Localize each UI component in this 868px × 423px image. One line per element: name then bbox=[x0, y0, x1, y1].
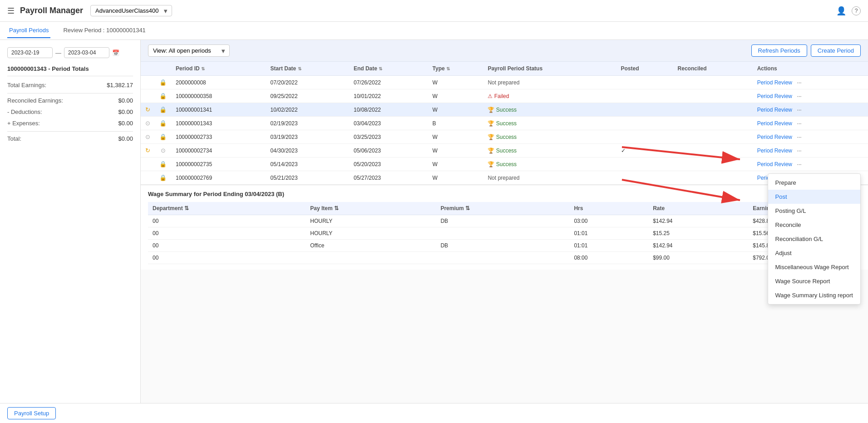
dropdown-item[interactable]: Reconcile bbox=[768, 218, 860, 232]
more-actions-button[interactable]: ··· bbox=[794, 107, 803, 113]
dropdown-item[interactable]: Wage Summary Listing report bbox=[768, 288, 860, 302]
reconciled-cell bbox=[673, 157, 753, 171]
wage-dept: 00 bbox=[148, 240, 306, 252]
wage-col-premium[interactable]: Premium ⇅ bbox=[436, 202, 569, 215]
dropdown-item[interactable]: Posting G/L bbox=[768, 204, 860, 218]
payroll-setup-button[interactable]: Payroll Setup bbox=[7, 407, 56, 419]
wage-payitem: HOURLY bbox=[306, 215, 436, 227]
status-cell: 🏆 Success bbox=[483, 144, 616, 157]
wage-summary-title: Wage Summary for Period Ending 03/04/202… bbox=[148, 191, 861, 197]
end-date-cell: 10/08/2022 bbox=[349, 103, 428, 117]
view-select[interactable]: View: All open periods bbox=[148, 44, 230, 57]
col-icon2 bbox=[155, 62, 171, 76]
wage-premium: DB bbox=[436, 240, 569, 252]
user-select[interactable]: AdvancedUserClass400 bbox=[90, 5, 172, 16]
col-type[interactable]: Type ⇅ bbox=[428, 62, 483, 76]
period-review-link[interactable]: Period Review bbox=[757, 161, 792, 167]
period-review-link[interactable]: Period Review bbox=[757, 93, 792, 99]
type-cell: B bbox=[428, 117, 483, 130]
clock-icon: ⊙ bbox=[145, 133, 150, 140]
dropdown-item[interactable]: Wage Source Report bbox=[768, 274, 860, 288]
actions-cell: Period Review ··· bbox=[753, 76, 868, 89]
user-profile-icon[interactable]: 👤 bbox=[836, 6, 846, 16]
start-date-cell: 05/14/2023 bbox=[266, 157, 349, 171]
row-icon2-cell: 🔒 bbox=[155, 117, 171, 130]
wage-table-row: 00 Office DB 01:01 $142.94 $145.80 bbox=[148, 240, 861, 252]
reconciled-cell bbox=[673, 103, 753, 117]
col-actions: Actions bbox=[753, 62, 868, 76]
wage-col-payitem[interactable]: Pay Item ⇅ bbox=[306, 202, 436, 215]
posted-cell bbox=[616, 76, 673, 89]
start-date-cell: 07/20/2022 bbox=[266, 76, 349, 89]
status-badge: 🏆 Success bbox=[488, 120, 517, 127]
totals-row-expenses: + Expenses: $0.00 bbox=[7, 120, 133, 127]
refresh-icon: ↻ bbox=[145, 106, 150, 113]
wage-premium bbox=[436, 252, 569, 264]
dropdown-item[interactable]: Reconciliation G/L bbox=[768, 232, 860, 246]
status-cell: 🏆 Success bbox=[483, 157, 616, 171]
create-period-button[interactable]: Create Period bbox=[811, 44, 861, 57]
reconciled-cell bbox=[673, 76, 753, 89]
tab-review-period[interactable]: Review Period : 100000001341 bbox=[61, 23, 147, 38]
more-actions-button[interactable]: ··· bbox=[794, 161, 803, 167]
period-review-link[interactable]: Period Review bbox=[757, 120, 792, 127]
more-actions-button[interactable]: ··· bbox=[794, 79, 803, 86]
calendar-icon[interactable]: 📅 bbox=[112, 49, 119, 56]
refresh-periods-button[interactable]: Refresh Periods bbox=[751, 44, 807, 57]
date-to-input[interactable] bbox=[64, 47, 109, 58]
actions-cell: Period Review ··· bbox=[753, 117, 868, 130]
dropdown-item[interactable]: Post bbox=[768, 190, 860, 204]
reconciled-cell bbox=[673, 89, 753, 103]
col-start-date[interactable]: Start Date ⇅ bbox=[266, 62, 349, 76]
period-review-link[interactable]: Period Review bbox=[757, 107, 792, 113]
wage-rate: $142.94 bbox=[648, 240, 748, 252]
col-end-date[interactable]: End Date ⇅ bbox=[349, 62, 428, 76]
help-icon[interactable]: ? bbox=[852, 6, 861, 15]
bottom-bar: Payroll Setup bbox=[0, 403, 868, 423]
col-reconciled: Reconciled bbox=[673, 62, 753, 76]
status-badge: Not prepared bbox=[488, 79, 519, 86]
row-icon2-cell: 🔒 bbox=[155, 157, 171, 171]
wage-hrs: 03:00 bbox=[569, 215, 648, 227]
tab-payroll-periods[interactable]: Payroll Periods bbox=[7, 23, 50, 38]
dropdown-item[interactable]: Adjust bbox=[768, 246, 860, 260]
wage-dept: 00 bbox=[148, 215, 306, 227]
dropdown-item[interactable]: Miscellaneous Wage Report bbox=[768, 260, 860, 274]
more-actions-button[interactable]: ··· bbox=[794, 148, 803, 154]
end-date-cell: 05/20/2023 bbox=[349, 157, 428, 171]
period-review-link[interactable]: Period Review bbox=[757, 134, 792, 140]
more-actions-button[interactable]: ··· bbox=[794, 134, 803, 140]
actions-cell: Period Review ··· bbox=[753, 157, 868, 171]
more-actions-button[interactable]: ··· bbox=[794, 120, 803, 127]
period-review-link[interactable]: Period Review bbox=[757, 148, 792, 154]
date-separator: — bbox=[55, 49, 61, 56]
period-review-link[interactable]: Period Review bbox=[757, 79, 792, 86]
end-date-cell: 10/01/2022 bbox=[349, 89, 428, 103]
totals-value-earnings: $1,382.17 bbox=[107, 82, 133, 89]
posted-cell bbox=[616, 157, 673, 171]
totals-row-earnings: Total Earnings: $1,382.17 bbox=[7, 82, 133, 89]
start-date-cell: 10/02/2022 bbox=[266, 103, 349, 117]
totals-value-total: $0.00 bbox=[118, 135, 133, 142]
app-title: Payroll Manager bbox=[20, 6, 83, 15]
row-icon1-cell bbox=[141, 76, 155, 89]
more-actions-button[interactable]: ··· bbox=[794, 93, 803, 99]
hamburger-icon[interactable]: ☰ bbox=[7, 6, 15, 16]
wage-col-rate: Rate bbox=[648, 202, 748, 215]
reconciled-cell bbox=[673, 144, 753, 157]
table-header-row: Period ID ⇅ Start Date ⇅ End Date ⇅ Type… bbox=[141, 62, 868, 76]
wage-hrs: 01:01 bbox=[569, 227, 648, 240]
start-date-cell: 09/25/2022 bbox=[266, 89, 349, 103]
totals-row-total: Total: $0.00 bbox=[7, 135, 133, 142]
dropdown-item[interactable]: Prepare bbox=[768, 176, 860, 190]
left-panel: — 📅 100000001343 - Period Totals Total E… bbox=[0, 40, 141, 403]
col-period-id[interactable]: Period ID ⇅ bbox=[171, 62, 266, 76]
wage-col-dept[interactable]: Department ⇅ bbox=[148, 202, 306, 215]
clock-icon: ⊙ bbox=[145, 120, 150, 127]
row-icon1-cell bbox=[141, 171, 155, 185]
row-icon2-cell: 🔒 bbox=[155, 89, 171, 103]
wage-rate: $15.25 bbox=[648, 227, 748, 240]
table-row: 🔒 2000000008 07/20/2022 07/26/2022 W Not… bbox=[141, 76, 868, 89]
date-from-input[interactable] bbox=[7, 47, 53, 58]
wage-premium bbox=[436, 227, 569, 240]
